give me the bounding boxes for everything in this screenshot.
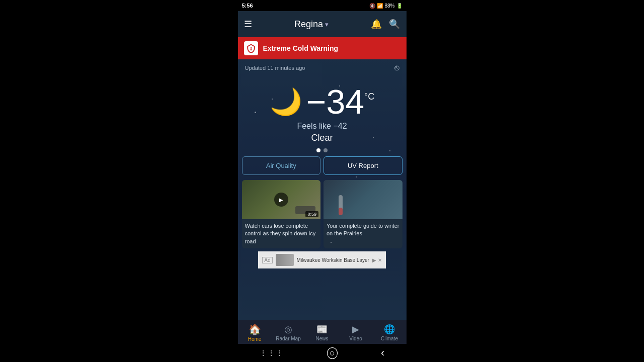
uv-report-button[interactable]: UV Report: [324, 156, 403, 175]
card-text-2: Your complete guide to winter on the Pra…: [324, 219, 403, 241]
video-cards-row: ▶ 0:59 Watch cars lose complete control …: [238, 180, 407, 248]
thumb-bg-2: [324, 180, 403, 219]
play-button-1[interactable]: ▶: [274, 193, 288, 207]
air-quality-button[interactable]: Air Quality: [242, 156, 321, 175]
bottom-navigation: 🏠 Home ◎ Radar Map 📰 News ▶ Video 🌐 Clim…: [238, 320, 407, 344]
news-label: News: [315, 336, 328, 341]
dot-1: [316, 148, 320, 152]
feels-like-text: Feels like −42: [297, 122, 347, 131]
video-label: Video: [349, 336, 362, 341]
android-back-btn[interactable]: ‹: [381, 346, 384, 359]
bell-icon[interactable]: 🔔: [371, 19, 382, 30]
updated-text: Updated 11 minutes ago: [245, 65, 305, 71]
moon-icon: 🌙: [270, 86, 302, 117]
temperature-unit: °C: [364, 92, 374, 102]
app-header: ☰ Regina ▾ 🔔 🔍: [238, 11, 407, 37]
phone-container: 5:56 🔇 📶 88% 🔋 ☰ Regina ▾ 🔔 🔍 Extreme: [238, 0, 407, 362]
share-icon[interactable]: ⎋: [394, 63, 399, 72]
home-label: Home: [248, 336, 262, 342]
radar-icon: ◎: [284, 324, 292, 335]
android-home-btn[interactable]: ○: [327, 347, 338, 359]
battery-icon: 🔋: [396, 3, 403, 9]
nav-item-video[interactable]: ▶ Video: [339, 324, 373, 341]
search-icon[interactable]: 🔍: [389, 19, 400, 30]
video-card-1[interactable]: ▶ 0:59 Watch cars lose complete control …: [242, 180, 321, 248]
mute-icon: 🔇: [369, 3, 375, 9]
video-icon: ▶: [352, 324, 359, 335]
action-buttons: Air Quality UV Report: [238, 156, 407, 180]
climate-label: Climate: [381, 336, 398, 341]
dropdown-icon: ▾: [325, 21, 329, 28]
status-time: 5:56: [242, 3, 253, 9]
battery-text: 88%: [384, 3, 394, 9]
status-right: 🔇 📶 88% 🔋: [369, 3, 402, 9]
weather-area: Updated 11 minutes ago ⎋ 🌙 −34 °C Feels …: [238, 59, 407, 320]
nav-item-news[interactable]: 📰 News: [305, 324, 339, 341]
warning-text: Extreme Cold Warning: [263, 44, 339, 52]
video-thumb-1: ▶ 0:59: [242, 180, 321, 219]
climate-icon: 🌐: [384, 324, 395, 335]
home-icon: 🏠: [249, 323, 261, 335]
temperature-value: −34: [306, 84, 364, 119]
ad-close-button[interactable]: ▶ ✕: [372, 257, 382, 263]
nav-item-climate[interactable]: 🌐 Climate: [373, 324, 407, 341]
header-icons: 🔔 🔍: [371, 19, 400, 30]
warning-shield-icon: [244, 41, 258, 55]
main-weather-display: 🌙 −34 °C: [270, 84, 375, 119]
location-title[interactable]: Regina ▾: [294, 19, 329, 30]
video-card-2[interactable]: Your complete guide to winter on the Pra…: [324, 180, 403, 248]
android-nav-bar: ⋮⋮⋮ ○ ‹: [238, 344, 407, 362]
radar-label: Radar Map: [276, 336, 300, 341]
video-thumb-2: [324, 180, 403, 219]
video-duration-1: 0:59: [305, 211, 318, 217]
signal-icon: 📶: [377, 3, 383, 9]
ad-text: Milwaukee Workskin Base Layer: [297, 257, 369, 263]
nav-item-home[interactable]: 🏠 Home: [238, 323, 272, 342]
dot-2: [324, 148, 328, 152]
temperature-group: −34 °C: [306, 84, 375, 119]
ad-label: Ad: [262, 257, 272, 263]
news-icon: 📰: [316, 324, 328, 335]
svg-point-1: [251, 49, 251, 50]
ad-banner: Ad Milwaukee Workskin Base Layer ▶ ✕: [258, 251, 385, 268]
menu-icon[interactable]: ☰: [244, 19, 252, 30]
updated-row: Updated 11 minutes ago ⎋: [238, 59, 407, 74]
location-name: Regina: [294, 19, 323, 30]
carousel-dots: [316, 148, 328, 152]
card-text-1: Watch cars lose complete control as they…: [242, 219, 321, 248]
nav-item-radar[interactable]: ◎ Radar Map: [272, 324, 305, 341]
warning-banner[interactable]: Extreme Cold Warning: [238, 37, 407, 59]
status-bar: 5:56 🔇 📶 88% 🔋: [238, 0, 407, 11]
condition-text: Clear: [311, 133, 333, 143]
android-menu-btn[interactable]: ⋮⋮⋮: [260, 349, 284, 357]
ad-image: [276, 254, 294, 266]
